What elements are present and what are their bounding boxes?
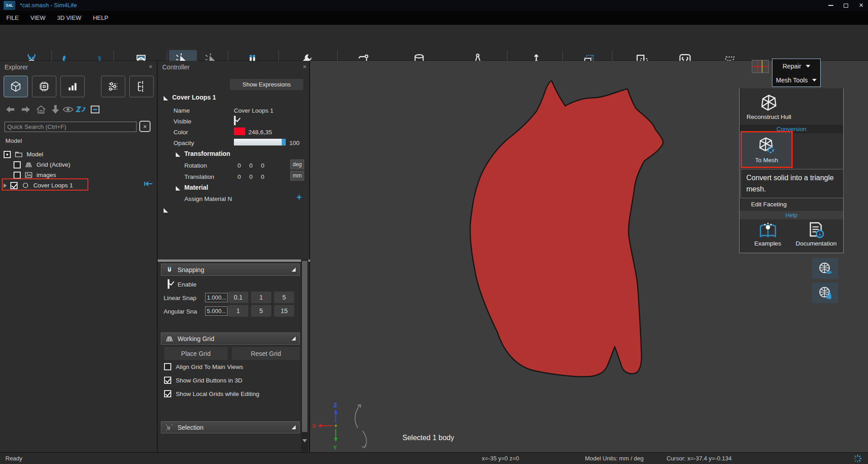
expander-icon[interactable]	[164, 94, 168, 103]
angular-preset-5[interactable]: 5	[251, 305, 271, 317]
checkbox-label: Align Grid To Main Views	[176, 364, 243, 370]
checkbox-empty[interactable]	[14, 172, 21, 179]
show-local-grids-checkbox-row[interactable]: Show Local Grids while Editing	[164, 390, 259, 397]
maximize-button[interactable]	[839, 0, 853, 11]
reset-grid-button[interactable]: Reset Grid	[232, 347, 300, 360]
edit-faceting-button[interactable]: Edit Faceting	[740, 201, 798, 208]
checkbox-empty[interactable]	[164, 363, 171, 370]
examples-button[interactable]: Examples	[746, 220, 789, 247]
name-value[interactable]: Cover Loops 1	[234, 106, 274, 115]
rotation-unit[interactable]: deg	[290, 159, 304, 169]
collapse-icon[interactable]	[292, 337, 296, 341]
ribbon-dropdown-box: Repair Mesh Tools	[772, 59, 821, 87]
color-swatch[interactable]	[234, 127, 245, 135]
material-group-title[interactable]: Material	[184, 183, 208, 192]
expander-icon[interactable]	[176, 150, 180, 159]
rotation-z-value[interactable]: 0	[261, 161, 265, 170]
add-material-button[interactable]: +	[297, 193, 302, 202]
snapping-section-header[interactable]: Snapping	[161, 264, 300, 276]
linear-snap-input[interactable]	[205, 293, 228, 302]
controller-close-icon[interactable]: ×	[301, 63, 308, 70]
checkbox-partial[interactable]	[4, 151, 11, 158]
tab-model[interactable]	[4, 76, 28, 97]
reconstruct-hull-label: Reconstruct Hull	[746, 114, 791, 120]
minimize-button[interactable]	[824, 0, 837, 11]
angular-preset-1[interactable]: 1	[228, 305, 248, 317]
tab-simulation[interactable]	[32, 76, 56, 97]
close-button[interactable]: ×	[854, 0, 868, 11]
clear-icon: ×	[143, 123, 146, 130]
z-order-icon[interactable]	[75, 104, 87, 115]
opacity-slider[interactable]	[234, 139, 286, 146]
menu-view[interactable]: VIEW	[30, 14, 45, 21]
selection-status-text: Selected 1 body	[402, 434, 454, 442]
menu-help[interactable]: HELP	[93, 14, 108, 21]
tree-row-grid[interactable]: Grid (Active)	[14, 160, 70, 169]
place-grid-button[interactable]: Place Grid	[164, 347, 228, 360]
translation-x-value[interactable]: 0	[238, 172, 241, 181]
status-selection-coords: x=-35 y=0 z=0	[482, 455, 519, 462]
rotation-y-value[interactable]: 0	[249, 161, 253, 170]
collapse-icon[interactable]	[292, 268, 296, 272]
menu-3d-view[interactable]: 3D VIEW	[57, 14, 81, 21]
scrollbar-thumb[interactable]	[302, 261, 307, 432]
cat-model-shape[interactable]	[469, 79, 669, 381]
translation-z-value[interactable]: 0	[261, 172, 265, 181]
examples-label: Examples	[754, 240, 781, 247]
rotation-x-value[interactable]: 0	[238, 161, 241, 170]
grid-lock-button[interactable]	[812, 282, 838, 303]
back-arrow-icon[interactable]	[5, 104, 16, 115]
tab-options[interactable]	[101, 76, 125, 97]
collapse-all-icon[interactable]	[89, 104, 101, 115]
home-icon[interactable]	[35, 104, 47, 115]
tab-hierarchy[interactable]	[129, 76, 154, 97]
explorer-close-icon[interactable]: ×	[147, 63, 154, 70]
opacity-value[interactable]: 100	[289, 138, 300, 147]
align-grid-checkbox-row[interactable]: Align Grid To Main Views	[164, 363, 243, 370]
selection-section-header[interactable]: Selection	[161, 421, 300, 433]
visible-checkbox[interactable]	[234, 116, 236, 125]
quick-search-input[interactable]	[5, 122, 137, 132]
color-value[interactable]: 248,6,35	[248, 127, 272, 136]
clear-search-button[interactable]: ×	[139, 121, 151, 132]
checkbox-checked[interactable]	[164, 377, 171, 384]
magnet-icon	[165, 265, 174, 274]
linear-preset-1[interactable]: 1	[251, 291, 271, 303]
forward-arrow-icon[interactable]	[20, 104, 32, 115]
checkbox-checked[interactable]	[164, 390, 171, 397]
show-expressions-button[interactable]: Show Expressions	[230, 79, 303, 90]
menu-bar: FILE VIEW 3D VIEW HELP	[0, 11, 868, 25]
repair-dropdown[interactable]: Repair	[772, 59, 820, 73]
angular-snap-input[interactable]	[205, 306, 228, 316]
expander-icon[interactable]	[176, 184, 180, 193]
controller-panel: Controller × Show Expressions Cover Loop…	[158, 61, 310, 452]
expander-icon[interactable]	[164, 206, 168, 215]
translation-y-value[interactable]: 0	[249, 172, 253, 181]
linear-preset-0.1[interactable]: 0.1	[228, 291, 248, 303]
visibility-eye-icon[interactable]	[62, 104, 74, 115]
show-grid-buttons-checkbox-row[interactable]: Show Grid Buttons in 3D	[164, 377, 242, 384]
snapping-enable-checkbox[interactable]	[168, 279, 169, 289]
linear-preset-5[interactable]: 5	[274, 291, 294, 303]
panel-splitter[interactable]	[158, 259, 310, 262]
opacity-slider-handle[interactable]	[282, 139, 286, 146]
transformation-group-title[interactable]: Transformation	[184, 149, 230, 158]
tree-row-model[interactable]: Model	[4, 150, 43, 159]
reconstruct-hull-button[interactable]: Reconstruct Hull	[744, 93, 794, 120]
scrollbar-track[interactable]	[301, 259, 308, 452]
tab-analysis[interactable]	[60, 76, 85, 97]
view-orientation-widget[interactable]	[752, 60, 769, 73]
mesh-tools-dropdown[interactable]: Mesh Tools	[772, 73, 820, 87]
scroll-to-item-icon[interactable]	[143, 181, 153, 187]
documentation-button[interactable]: Documentation	[791, 220, 841, 247]
grid-visibility-button[interactable]	[812, 258, 838, 279]
translation-unit[interactable]: mm	[290, 171, 304, 181]
working-grid-section-header[interactable]: Working Grid	[161, 332, 300, 345]
down-arrow-icon[interactable]	[50, 104, 61, 115]
menu-file[interactable]: FILE	[6, 14, 18, 21]
checkbox-empty[interactable]	[14, 161, 21, 168]
collapse-icon[interactable]	[292, 425, 296, 429]
property-group-title[interactable]: Cover Loops 1	[172, 93, 216, 102]
scrollbar-down-arrow[interactable]	[302, 439, 307, 442]
angular-preset-15[interactable]: 15	[274, 305, 294, 317]
